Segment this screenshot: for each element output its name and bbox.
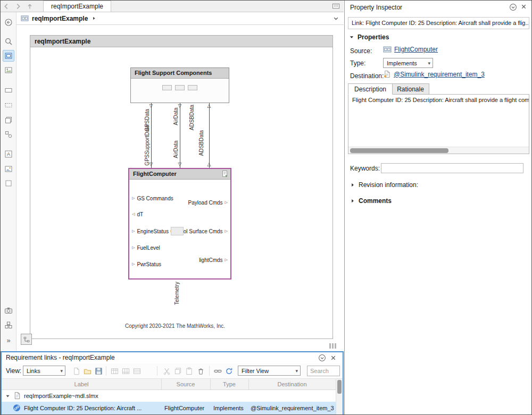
breadcrumb-dropdown-icon[interactable]	[332, 15, 339, 22]
forward-icon[interactable]	[12, 1, 24, 12]
properties-section-header[interactable]: Properties	[349, 33, 389, 41]
insert-row-below-icon[interactable]	[120, 366, 131, 376]
resize-grip[interactable]	[329, 343, 336, 349]
up-to-parent-icon[interactable]	[24, 1, 36, 12]
document-icon	[13, 392, 21, 400]
panel-menu-icon[interactable]	[509, 3, 518, 12]
description-text: Flight Computer ID: 25 Description: Airc…	[348, 95, 529, 105]
signal-label[interactable]: ADSBData	[198, 129, 205, 157]
dashed-box-icon[interactable]	[3, 99, 14, 111]
screenshot-tool-icon[interactable]	[3, 50, 14, 62]
promote-row-icon[interactable]	[131, 366, 142, 376]
model-icon	[21, 14, 29, 22]
output-port-icon: ◁	[132, 212, 135, 216]
box-area-icon[interactable]	[3, 84, 14, 96]
column-destination[interactable]: Destination	[248, 379, 336, 390]
signal-line-gps[interactable]	[151, 103, 152, 168]
port-fuellevel[interactable]: ▷FuelLevel	[132, 244, 160, 251]
expander-icon[interactable]	[5, 393, 11, 399]
description-scrollbar[interactable]	[348, 147, 529, 154]
panel-menu-icon[interactable]	[318, 354, 327, 362]
destination-link[interactable]: @Simulink_requirement_item_3	[394, 71, 485, 78]
requirement-badge-icon[interactable]	[221, 170, 229, 177]
up-port-icon: △	[206, 162, 212, 167]
table-scrollbar[interactable]	[336, 379, 343, 414]
cut-icon[interactable]	[161, 366, 172, 376]
paste-icon[interactable]	[184, 366, 194, 376]
port-dt[interactable]: ◁dT	[132, 211, 143, 217]
links-table-header: Label Source Type Destination	[2, 379, 336, 390]
delete-icon[interactable]	[195, 366, 206, 376]
empty-box-icon[interactable]	[3, 177, 14, 189]
shapes-tool-icon[interactable]	[3, 129, 14, 140]
signal-label[interactable]: GPSSupportData	[144, 123, 151, 167]
link-row-destination: @Simulink_requirement_item_3	[251, 402, 335, 414]
links-panel-title: Requirement links - reqImportExample	[6, 354, 115, 361]
back-icon[interactable]	[1, 1, 12, 12]
revision-section-header[interactable]: Revision information:	[350, 181, 418, 189]
signal-label[interactable]: Telemetry	[174, 280, 180, 307]
model-canvas[interactable]: reqImportExample Flight Support Componen…	[16, 25, 344, 351]
open-folder-icon[interactable]	[82, 366, 93, 376]
new-file-icon[interactable]	[71, 366, 81, 376]
image-tool-icon[interactable]	[3, 64, 14, 76]
close-icon[interactable]	[330, 354, 338, 363]
column-source[interactable]: Source	[161, 379, 210, 390]
port-gs-commands[interactable]: ▷GS Commands	[132, 195, 173, 201]
keywords-input[interactable]	[381, 163, 523, 173]
inspector-header: Property Inspector	[345, 1, 532, 14]
port-payload-cmds[interactable]: Payload Cmds▷	[188, 199, 228, 206]
copy-view-icon[interactable]	[3, 114, 14, 126]
view-select[interactable]: Links▾	[23, 366, 65, 376]
model-tab[interactable]: reqImportExample	[43, 1, 111, 12]
panel-layout-icon[interactable]	[330, 1, 342, 12]
description-box[interactable]: Flight Computer ID: 25 Description: Airc…	[348, 94, 529, 154]
down-port-icon: ▽	[177, 162, 182, 167]
requirement-links-panel: Requirement links - reqImportExample Vie…	[1, 351, 344, 415]
expand-palette-icon[interactable]: »	[3, 334, 14, 346]
subsystem-thumbnails	[131, 85, 229, 90]
flight-computer-block[interactable]: FlightComputer ▷GS Commands ◁dT ▷EngineS…	[128, 168, 231, 280]
tab-rationale[interactable]: Rationale	[392, 83, 429, 95]
signal-line-airdata[interactable]	[180, 103, 180, 168]
signal-label[interactable]: AirData	[173, 105, 179, 128]
signal-line-adsb[interactable]	[209, 103, 210, 168]
table-row-link[interactable]: Flight Computer ID: 25 Description: Airc…	[2, 402, 336, 414]
svg-text:A: A	[7, 151, 10, 157]
refresh-links-icon[interactable]	[223, 366, 234, 376]
image-annotation-icon[interactable]	[3, 163, 14, 175]
flight-support-components-block[interactable]: Flight Support Components	[130, 67, 229, 103]
signal-label[interactable]: ADSBData	[189, 104, 195, 131]
destination-requirement-icon	[383, 70, 391, 78]
link-icon[interactable]	[212, 366, 223, 376]
port-pwrstatus[interactable]: ▷PwrStatus	[132, 261, 161, 267]
model-browser-icon[interactable]	[3, 16, 14, 28]
save-icon[interactable]	[93, 366, 104, 376]
filter-view-select[interactable]: Filter View▾	[238, 366, 301, 376]
tab-description[interactable]: Description	[348, 83, 393, 95]
copy-icon[interactable]	[172, 366, 183, 376]
column-label[interactable]: Label	[2, 379, 161, 390]
breadcrumb-model[interactable]: reqImportExample	[32, 15, 88, 22]
inner-placeholder	[171, 227, 184, 235]
link-summary: Link: Flight Computer ID: 25 Description…	[348, 17, 529, 29]
type-label: Type:	[350, 60, 365, 67]
source-link[interactable]: FlightComputer	[394, 46, 438, 53]
camera-icon[interactable]	[3, 304, 14, 316]
model-browser-toggle[interactable]	[21, 334, 32, 345]
input-port-icon: ▷	[132, 196, 135, 200]
table-row-group[interactable]: reqImportExample~mdl.slmx	[2, 390, 336, 402]
search-input[interactable]	[307, 366, 340, 376]
close-icon[interactable]	[520, 3, 529, 12]
zoom-icon[interactable]	[3, 36, 14, 47]
annotation-icon[interactable]: A	[3, 148, 14, 160]
output-port-icon: ▷	[225, 229, 228, 233]
column-type[interactable]: Type	[210, 379, 248, 390]
signal-label[interactable]: AirData	[173, 138, 179, 160]
comments-section-header[interactable]: Comments	[350, 197, 392, 205]
port-enginestatus[interactable]: ▷EngineStatus	[132, 228, 169, 234]
subsystem-icon[interactable]	[3, 319, 14, 331]
type-select[interactable]: Implements▾	[383, 58, 433, 68]
port-lightcmds[interactable]: lightCmds▷	[199, 257, 228, 263]
insert-row-above-icon[interactable]	[109, 366, 120, 376]
